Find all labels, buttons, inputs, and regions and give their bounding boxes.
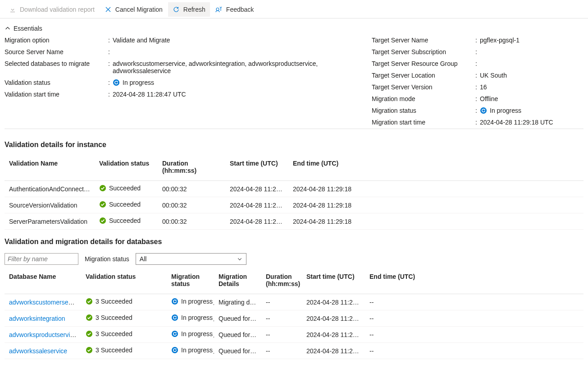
essentials-toggle[interactable]: Essentials [5, 25, 583, 32]
success-icon [86, 330, 93, 337]
validation-end: 2024-04-28 11:29:18 [288, 197, 583, 213]
refresh-icon [173, 6, 180, 13]
source-server-label: Source Server Name [5, 48, 108, 55]
db-end: -- [365, 310, 583, 327]
success-icon [86, 298, 93, 305]
validation-instance-title: Validation details for instance [0, 133, 588, 152]
database-link[interactable]: advworksintegration [9, 315, 65, 322]
db-migration-details: Queued for ... [214, 343, 261, 359]
db-validation-status: 3 Succeeded [81, 343, 167, 359]
db-end: -- [365, 343, 583, 359]
in-progress-icon [171, 298, 178, 305]
table-header-row: Database Name Validation status Migratio… [5, 267, 583, 294]
migration-status-selected: All [140, 255, 147, 263]
target-subscription-label: Target Server Subscription [372, 48, 475, 55]
table-row: advworksintegration3 SucceededIn progres… [5, 310, 583, 327]
database-name[interactable]: advworksintegration [5, 310, 81, 327]
db-end: -- [365, 327, 583, 343]
db-migration-status: In progress [167, 327, 214, 343]
success-icon [86, 314, 93, 321]
validation-duration: 00:00:32 [158, 213, 225, 230]
validation-start-value: 2024-04-28 11:28:47 UTC [113, 91, 372, 98]
in-progress-icon [480, 107, 487, 114]
refresh-button[interactable]: Refresh [168, 2, 210, 17]
migration-option-value: Validate and Migrate [113, 37, 372, 44]
col-database-name[interactable]: Database Name [5, 267, 81, 294]
target-server-name-label: Target Server Name [372, 37, 475, 44]
validation-name: ServerParametersValidation [5, 213, 95, 230]
migration-start-value: 2024-04-28 11:29:18 UTC [480, 119, 583, 126]
database-link[interactable]: advworkssaleservice [9, 347, 67, 355]
chevron-up-icon [5, 25, 11, 32]
success-icon [99, 217, 106, 224]
col-end-time[interactable]: End time (UTC) [288, 153, 583, 181]
selected-databases-label: Selected databases to migrate [5, 60, 108, 74]
db-migration-details: Migrating da... [214, 294, 261, 310]
database-link[interactable]: advworksproductservice [9, 331, 77, 338]
db-migration-status: In progress [167, 294, 214, 310]
col-duration[interactable]: Duration (hh:mm:ss) [158, 153, 225, 181]
feedback-button[interactable]: Feedback [211, 2, 258, 17]
migration-status-select[interactable]: All [136, 253, 246, 265]
db-start: 2024-04-28 11:29:48 [302, 294, 365, 310]
table-row: SourceVersionValidationSucceeded00:00:32… [5, 197, 583, 213]
database-details-title: Validation and migration details for dat… [0, 230, 588, 249]
migration-option-label: Migration option [5, 37, 108, 44]
success-icon [86, 346, 93, 354]
in-progress-icon [171, 314, 178, 321]
essentials-body: Migration option:Validate and Migrate So… [5, 32, 583, 129]
database-name[interactable]: advworkscustomerservice [5, 294, 81, 310]
download-label: Download validation report [20, 6, 95, 13]
db-duration: -- [261, 343, 302, 359]
feedback-icon [215, 6, 223, 13]
validation-duration: 00:00:32 [158, 197, 225, 213]
in-progress-icon [171, 346, 178, 354]
download-validation-report-button: Download validation report [5, 2, 99, 17]
in-progress-icon [171, 330, 178, 337]
db-validation-status: 3 Succeeded [81, 327, 167, 343]
migration-start-label: Migration start time [372, 119, 475, 126]
col-end-time[interactable]: End time (UTC) [365, 267, 583, 294]
cancel-migration-button[interactable]: Cancel Migration [100, 2, 167, 17]
selected-databases-value: advworkscustomerservice, advworksintegra… [113, 60, 372, 74]
table-row: advworkscustomerservice3 SucceededIn pro… [5, 294, 583, 310]
db-migration-status: In progress [167, 343, 214, 359]
col-validation-status[interactable]: Validation status [95, 153, 158, 181]
col-migration-details[interactable]: Migration Details [214, 267, 261, 294]
db-start: 2024-04-28 11:29:48 [302, 343, 365, 359]
success-icon [99, 201, 106, 208]
col-start-time[interactable]: Start time (UTC) [302, 267, 365, 294]
target-rg-label: Target Server Resource Group [372, 60, 475, 67]
col-migration-status[interactable]: Migration status [167, 267, 214, 294]
filter-by-name-input[interactable] [5, 253, 78, 265]
database-details-table: Database Name Validation status Migratio… [5, 267, 583, 359]
database-link[interactable]: advworkscustomerservice [9, 299, 81, 306]
migration-status-value: In progress [480, 107, 583, 114]
chevron-down-icon [237, 256, 242, 262]
command-bar: Download validation report Cancel Migrat… [0, 0, 588, 18]
download-icon [9, 6, 16, 13]
db-migration-details: Queued for ... [214, 310, 261, 327]
migration-mode-label: Migration mode [372, 95, 475, 102]
validation-instance-table: Validation Name Validation status Durati… [5, 153, 583, 230]
col-validation-name[interactable]: Validation Name [5, 153, 95, 181]
refresh-label: Refresh [183, 6, 205, 13]
table-row: AuthenticationAndConnectivi...Succeeded0… [5, 181, 583, 197]
validation-end: 2024-04-28 11:29:18 [288, 213, 583, 230]
db-start: 2024-04-28 11:29:48 [302, 327, 365, 343]
validation-end: 2024-04-28 11:29:18 [288, 181, 583, 197]
database-name[interactable]: advworkssaleservice [5, 343, 81, 359]
essentials-left: Migration option:Validate and Migrate So… [5, 37, 372, 126]
col-duration[interactable]: Duration (hh:mm:ss) [261, 267, 302, 294]
db-duration: -- [261, 310, 302, 327]
col-validation-status[interactable]: Validation status [81, 267, 167, 294]
database-name[interactable]: advworksproductservice [5, 327, 81, 343]
validation-status: Succeeded [95, 197, 158, 213]
success-icon [99, 185, 106, 192]
essentials-title: Essentials [14, 25, 42, 32]
db-end: -- [365, 294, 583, 310]
table-header-row: Validation Name Validation status Durati… [5, 153, 583, 181]
db-validation-status: 3 Succeeded [81, 294, 167, 310]
col-start-time[interactable]: Start time (UTC) [225, 153, 288, 181]
db-start: 2024-04-28 11:29:48 [302, 310, 365, 327]
